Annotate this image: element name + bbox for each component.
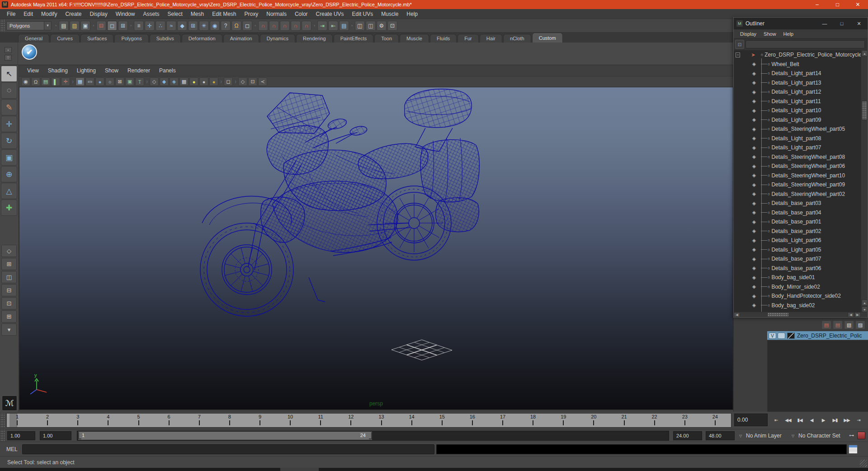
timeslider-grip[interactable]	[0, 413, 5, 428]
mel-label[interactable]: MEL	[6, 446, 18, 452]
checkered-display-icon[interactable]: ▩	[179, 77, 189, 86]
shelf-options-button[interactable]: ▪	[5, 47, 12, 53]
outliner-item[interactable]: Body_HandProtector_side02	[734, 291, 862, 301]
timeline-frame[interactable]: 5	[132, 414, 146, 427]
menu-item[interactable]: Window	[112, 9, 139, 19]
layer-playback-toggle[interactable]	[778, 333, 785, 339]
minimize-button[interactable]: –	[807, 0, 827, 9]
shelf-tab[interactable]: Hair	[480, 34, 502, 43]
selection-mask-menu-icon[interactable]: ≡	[134, 21, 144, 31]
display-layer-row[interactable]: V Zero_DSRP_Electric_Polic	[767, 331, 868, 340]
menu-item[interactable]: Edit Mesh	[208, 9, 240, 19]
outliner-perspective-layout-button[interactable]: ◫	[1, 271, 17, 283]
outliner-menu-item[interactable]: Show	[760, 31, 780, 37]
outliner-item[interactable]: Details_Light_part09	[734, 115, 862, 125]
textured-display-icon[interactable]: ◈	[170, 77, 179, 86]
select-handles-icon[interactable]: ✛	[145, 21, 155, 31]
separator[interactable]	[350, 21, 354, 31]
timeline-frame[interactable]: 4	[101, 414, 115, 427]
outliner-item[interactable]: Details_base_part02	[734, 227, 862, 236]
viewport-3d-canvas[interactable]: y persp	[19, 87, 733, 410]
panel-menu-item[interactable]: Shading	[43, 67, 72, 74]
select-tool-button[interactable]: ↖	[1, 66, 17, 82]
outliner-item[interactable]: Details_base_part01	[734, 217, 862, 227]
maximize-button[interactable]: □	[827, 0, 848, 9]
multi-pane-icon[interactable]: ⊡	[248, 77, 257, 86]
separator[interactable]	[129, 21, 133, 31]
close-button[interactable]: ✕	[848, 0, 868, 9]
scrollbar-thumb[interactable]	[862, 101, 868, 120]
outliner-item[interactable]: Wheel_Belt	[734, 60, 862, 69]
grid-toggle-icon[interactable]: ▦	[75, 77, 85, 86]
character-set-selector[interactable]: No Character Set	[798, 431, 840, 440]
scroll-left-icon[interactable]: ◀	[848, 312, 854, 317]
step-forward-one-key-button[interactable]: ▶▶	[841, 414, 853, 425]
gate-mask-icon[interactable]: ○	[105, 77, 114, 86]
menu-item[interactable]: Help	[402, 9, 422, 19]
shelf-tab[interactable]: Custom	[532, 33, 563, 43]
select-dynamics-icon[interactable]: ✳	[199, 21, 209, 31]
outliner-item[interactable]: Details_base_part04	[734, 208, 862, 218]
select-camera-icon[interactable]: ◉	[21, 77, 30, 86]
menu-item[interactable]: Modify	[37, 9, 61, 19]
shelf-tab[interactable]: Polygons	[114, 34, 148, 43]
input-connections-icon[interactable]: ⇥	[317, 21, 327, 31]
timeline-frame[interactable]: 1	[10, 414, 24, 427]
menu-item[interactable]: Create	[61, 9, 85, 19]
outliner-horizontal-scrollbar[interactable]: ◀ ◀ ▶	[734, 312, 868, 317]
select-by-component-icon[interactable]: ⊞	[118, 21, 128, 31]
step-back-one-frame-button[interactable]: ▮◀	[794, 414, 806, 425]
hypershade-icon[interactable]: ⊡	[387, 21, 397, 31]
menu-item[interactable]: File	[3, 9, 19, 19]
timeline-frame[interactable]: 13	[375, 414, 388, 427]
outliner-item[interactable]: Details_Light_part13	[734, 78, 862, 88]
outliner-item[interactable]: Details_SteeringWheel_part08	[734, 152, 862, 162]
shelf-menu-button[interactable]: ▽	[5, 55, 12, 61]
make-live-icon[interactable]: ∩	[302, 21, 311, 31]
safe-title-icon[interactable]: T	[135, 77, 144, 86]
auto-keyframe-toggle[interactable]	[857, 432, 865, 439]
timeline-frame[interactable]: 20	[587, 414, 600, 427]
expand-collapse-toggle[interactable]: −	[736, 52, 740, 57]
outliner-item[interactable]: Details_Light_part07	[734, 143, 862, 152]
shelf-tab[interactable]: General	[18, 34, 49, 43]
outliner-item[interactable]: Details_Light_part10	[734, 106, 862, 115]
menu-item[interactable]: Assets	[139, 9, 163, 19]
four-view-layout-button[interactable]: ⊞	[1, 258, 17, 270]
lock-camera-icon[interactable]: Ω	[31, 77, 40, 86]
playback-range-bar[interactable]: 1 24	[78, 432, 372, 440]
timeline-frame[interactable]: 16	[466, 414, 479, 427]
select-deformations-icon[interactable]: ⊞	[188, 21, 198, 31]
outliner-item[interactable]: Details_Light_part08	[734, 134, 862, 143]
film-gate-icon[interactable]: ▭	[85, 77, 94, 86]
outliner-item[interactable]: Body_bag_side01	[734, 273, 862, 282]
perspective-graph-outliner-layout-button[interactable]: ⊞	[1, 310, 17, 323]
shelf-tab[interactable]: Subdivs	[150, 34, 181, 43]
field-chart-icon[interactable]: ⊠	[115, 77, 124, 86]
filter-icon[interactable]: ⊡	[735, 40, 744, 49]
outliner-item[interactable]: Details_SteeringWheel_part02	[734, 190, 862, 199]
select-by-object-icon[interactable]: ◻	[107, 21, 117, 31]
rotate-tool-button[interactable]: ↻	[1, 133, 17, 149]
layers-sort-icon[interactable]: ▤	[833, 320, 843, 329]
current-time-field[interactable]: 0.00	[734, 414, 768, 426]
outliner-item[interactable]: Details_Light_part14	[734, 69, 862, 78]
range-start-handle[interactable]	[78, 432, 81, 439]
timeline-frame[interactable]: 19	[557, 414, 570, 427]
menu-item[interactable]: Edit	[19, 9, 37, 19]
outliner-vertical-scrollbar[interactable]: ▲ ▲ ▼	[861, 50, 868, 313]
select-miscellaneous-icon[interactable]: ?	[221, 21, 231, 31]
timeline-frame[interactable]: 14	[405, 414, 419, 427]
timeline-frame[interactable]: 23	[678, 414, 692, 427]
timeline-frame[interactable]: 15	[435, 414, 449, 427]
outliner-item[interactable]: Details_base_part06	[734, 264, 862, 273]
outliner-item[interactable]: Details_Light_part06	[734, 236, 862, 245]
snap-to-curves-icon[interactable]: ∩	[269, 21, 279, 31]
outliner-item[interactable]: Details_base_part03	[734, 199, 862, 208]
rangerow-grip[interactable]	[0, 429, 5, 442]
play-backwards-button[interactable]: ◀	[806, 414, 817, 425]
scale-tool-button[interactable]: ▣	[1, 149, 17, 166]
new-layer-from-selected-icon[interactable]: ▨	[855, 320, 865, 329]
outliner-titlebar[interactable]: M Outliner — □ ✕	[734, 18, 868, 29]
snap-to-view-planes-icon[interactable]: ∩	[291, 21, 301, 31]
